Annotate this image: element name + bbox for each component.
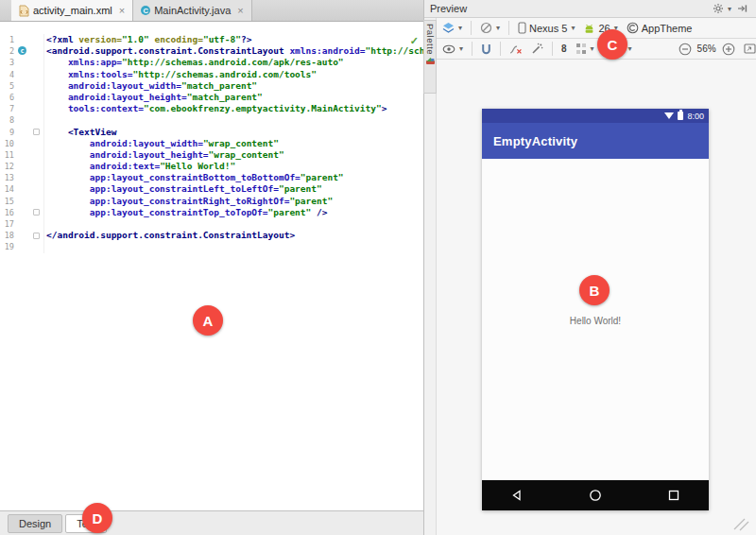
- theme-icon: [627, 22, 639, 34]
- chevron-down-icon: ▾: [728, 5, 731, 13]
- layers-icon: [442, 22, 455, 34]
- fold-marker-icon[interactable]: [33, 233, 40, 239]
- gutter: [14, 127, 44, 138]
- line-number: 9: [0, 127, 14, 138]
- theme-selector[interactable]: AppTheme: [624, 21, 696, 35]
- zoom-level: 56%: [697, 43, 716, 54]
- code-line[interactable]: 15 app:layout_constraintRight_toRightOf=…: [0, 196, 423, 207]
- close-icon[interactable]: ×: [119, 5, 125, 16]
- code-line[interactable]: 16 app:layout_constraintTop_toTopOf="par…: [0, 207, 423, 218]
- view-options-button[interactable]: ▾: [439, 43, 466, 55]
- code-line[interactable]: 6 android:layout_height="match_parent": [0, 92, 423, 103]
- code-text: xmlns:app="http://schemas.android.com/ap…: [46, 57, 423, 68]
- code-line[interactable]: 13 app:layout_constraintBottom_toBottomO…: [0, 172, 423, 183]
- preview-header: Preview ▾: [424, 0, 756, 18]
- code-line[interactable]: 7 tools:context="com.ebookfrenzy.emptyac…: [0, 103, 423, 114]
- chevron-down-icon: ▾: [459, 44, 463, 53]
- orientation-button[interactable]: ▾: [477, 21, 503, 35]
- code-text: app:layout_constraintTop_toTopOf="parent…: [46, 207, 423, 218]
- line-number: 11: [0, 149, 14, 161]
- code-text: tools:context="com.ebookfrenzy.emptyacti…: [46, 103, 423, 114]
- device-preview[interactable]: 8:00 EmptyActivity Hello World!: [482, 109, 709, 510]
- code-line[interactable]: 1<?xml version="1.0" encoding="utf-8"?>: [0, 34, 423, 45]
- code-line[interactable]: 2c<android.support.constraint.Constraint…: [0, 45, 423, 57]
- line-number: 10: [0, 138, 14, 149]
- line-number: 3: [0, 57, 14, 68]
- code-line[interactable]: 18</android.support.constraint.Constrain…: [0, 230, 423, 241]
- zoom-in-button[interactable]: [719, 42, 738, 57]
- device-content: Hello World!: [482, 159, 709, 480]
- code-text: <?xml version="1.0" encoding="utf-8"?>: [46, 34, 423, 45]
- tab-activity-main-xml[interactable]: activity_main.xml ×: [11, 0, 133, 21]
- inspection-ok-icon[interactable]: ✓: [410, 35, 419, 47]
- gutter: [14, 80, 44, 92]
- magic-wand-icon: [531, 43, 543, 55]
- fold-marker-icon[interactable]: [33, 209, 40, 216]
- preview-action-toolbar: ▾: [437, 39, 756, 60]
- code-line[interactable]: 19: [0, 241, 423, 252]
- autoconnect-button[interactable]: [478, 43, 494, 56]
- code-text: app:layout_constraintLeft_toLeftOf="pare…: [46, 183, 423, 195]
- gutter: [14, 161, 44, 172]
- code-line[interactable]: 17: [0, 218, 423, 230]
- pack-button[interactable]: ▾: [573, 42, 597, 56]
- palette-tab[interactable]: Palette: [423, 20, 437, 94]
- fold-marker-icon[interactable]: [33, 129, 40, 135]
- tab-design[interactable]: Design: [8, 514, 62, 533]
- gutter: c: [14, 45, 44, 57]
- line-number: 4: [0, 69, 14, 80]
- device-statusbar: 8:00: [482, 109, 709, 123]
- code-editor[interactable]: 1<?xml version="1.0" encoding="utf-8"?>2…: [0, 22, 423, 510]
- zoom-fit-button[interactable]: [741, 43, 756, 55]
- line-number: 2: [0, 45, 14, 57]
- code-text: xmlns:tools="http://schemas.android.com/…: [46, 69, 423, 80]
- line-number: 16: [0, 207, 14, 218]
- code-line[interactable]: 5 android:layout_width="match_parent": [0, 80, 423, 92]
- home-icon: [589, 489, 602, 502]
- device-navbar: [482, 480, 709, 510]
- clear-constraints-button[interactable]: [507, 43, 525, 56]
- code-line[interactable]: 8: [0, 114, 423, 126]
- default-margin-button[interactable]: 8: [558, 43, 570, 55]
- code-line[interactable]: 3 xmlns:app="http://schemas.android.com/…: [0, 57, 423, 68]
- tab-label: activity_main.xml: [33, 5, 112, 16]
- chevron-down-icon: ▾: [458, 24, 462, 32]
- close-icon[interactable]: ×: [237, 5, 243, 16]
- code-line[interactable]: 9 <TextView: [0, 127, 423, 138]
- device-selector[interactable]: Nexus 5 ▾: [515, 21, 577, 35]
- tab-mainactivity-java[interactable]: C MainActivity.java ×: [133, 0, 252, 21]
- hide-panel-icon[interactable]: [734, 3, 750, 14]
- line-number: 8: [0, 114, 14, 126]
- class-gutter-icon[interactable]: c: [18, 46, 26, 55]
- gear-icon[interactable]: ▾: [710, 2, 734, 15]
- gutter: [14, 114, 44, 126]
- gutter: [14, 34, 44, 45]
- chevron-down-icon: ▾: [571, 24, 575, 32]
- code-line[interactable]: 10 android:layout_width="wrap_content": [0, 138, 423, 149]
- eye-icon: [442, 44, 455, 54]
- chevron-down-icon: ▾: [496, 24, 500, 32]
- gutter: [14, 183, 44, 195]
- xml-file-icon: [19, 5, 29, 17]
- line-number: 12: [0, 161, 14, 172]
- design-surface-button[interactable]: ▾: [439, 21, 465, 35]
- line-number: 18: [0, 230, 14, 241]
- device-appbar: EmptyActivity: [482, 123, 709, 159]
- zoom-out-button[interactable]: [676, 42, 695, 57]
- annotation-a: A: [193, 305, 223, 336]
- line-number: 13: [0, 172, 14, 183]
- battery-icon: [678, 112, 683, 120]
- line-number: 17: [0, 218, 14, 230]
- resize-handle[interactable]: [731, 516, 750, 531]
- no-rotation-icon: [480, 22, 492, 34]
- infer-constraints-button[interactable]: [528, 42, 546, 56]
- code-text: </android.support.constraint.ConstraintL…: [46, 230, 423, 241]
- code-text: android:layout_height="wrap_content": [46, 149, 423, 161]
- code-line[interactable]: 11 android:layout_height="wrap_content": [0, 149, 423, 161]
- code-text: <TextView: [46, 127, 423, 138]
- tool-strip: Palette: [424, 18, 437, 535]
- hello-world-text[interactable]: Hello World!: [482, 316, 709, 326]
- code-line[interactable]: 14 app:layout_constraintLeft_toLeftOf="p…: [0, 183, 423, 195]
- code-line[interactable]: 12 android:text="Hello World!": [0, 161, 423, 172]
- code-line[interactable]: 4 xmlns:tools="http://schemas.android.co…: [0, 69, 423, 80]
